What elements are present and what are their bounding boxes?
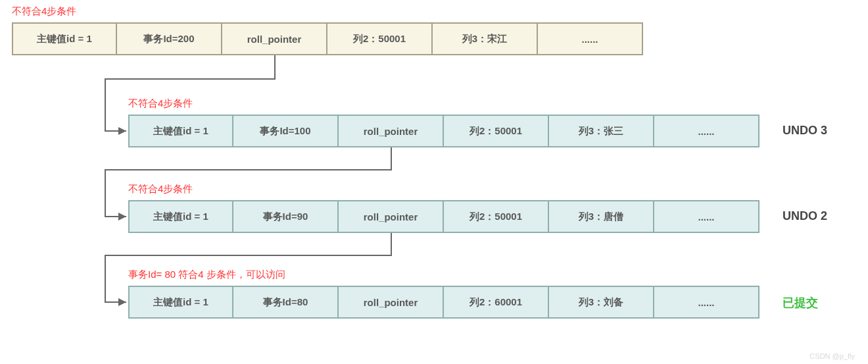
row-undo3: 主键值id = 1 事务Id=100 roll_pointer 列2：50001… [128,115,760,147]
label-undo3: UNDO 3 [783,124,827,138]
row-committed: 主键值id = 1 事务Id=80 roll_pointer 列2：60001 … [128,286,760,319]
cell-more: ...... [654,115,760,147]
cell-pk: 主键值id = 1 [128,286,233,319]
watermark: CSDN @p_fly [809,352,855,360]
cell-pk: 主键值id = 1 [128,115,233,147]
note-top: 不符合4步条件 [12,5,76,18]
cell-more: ...... [538,22,643,55]
cell-rollp: roll_pointer [222,22,327,55]
cell-col3: 列3：张三 [549,115,654,147]
cell-col2: 列2：50001 [444,115,549,147]
cell-txid: 事务Id=100 [233,115,339,147]
cell-rollp: roll_pointer [339,200,444,233]
diagram-canvas: 不符合4步条件 主键值id = 1 事务Id=200 roll_pointer … [0,0,868,364]
note-undo3: 不符合4步条件 [128,97,193,110]
cell-more: ...... [654,200,760,233]
cell-pk: 主键值id = 1 [12,22,117,55]
cell-col3: 列3：刘备 [549,286,654,319]
row-current: 主键值id = 1 事务Id=200 roll_pointer 列2：50001… [12,22,643,55]
cell-txid: 事务Id=80 [233,286,339,319]
cell-col2: 列2：50001 [444,200,549,233]
cell-col2: 列2：50001 [327,22,433,55]
row-undo2: 主键值id = 1 事务Id=90 roll_pointer 列2：50001 … [128,200,760,233]
cell-col3: 列3：唐僧 [549,200,654,233]
cell-col2: 列2：60001 [444,286,549,319]
note-committed: 事务Id= 80 符合4 步条件，可以访问 [128,269,285,281]
cell-rollp: roll_pointer [339,286,444,319]
cell-pk: 主键值id = 1 [128,200,233,233]
cell-txid: 事务Id=90 [233,200,339,233]
cell-col3: 列3：宋江 [433,22,538,55]
note-undo2: 不符合4步条件 [128,183,193,195]
cell-txid: 事务Id=200 [117,22,222,55]
cell-rollp: roll_pointer [339,115,444,147]
label-committed: 已提交 [783,295,818,311]
label-undo2: UNDO 2 [783,209,827,223]
cell-more: ...... [654,286,760,319]
